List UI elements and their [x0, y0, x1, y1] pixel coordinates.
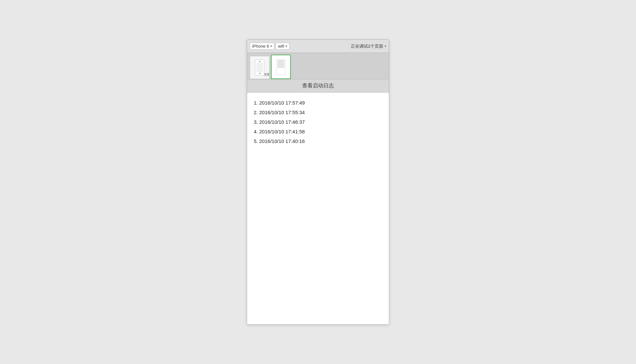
page-header-title: 查看启动日志	[302, 82, 334, 89]
device-label: iPhone 6	[252, 44, 269, 49]
toolbar: iPhone 6 ▾ wifi ▾ 正在调试2个页面 ▾	[247, 40, 389, 53]
log-timestamp: 2016/10/10 17:40:16	[259, 138, 305, 144]
device-chevron: ▾	[270, 44, 272, 48]
log-timestamp: 2016/10/10 17:57:49	[259, 100, 305, 106]
tab-1-home	[259, 73, 260, 74]
log-number: 2.	[254, 110, 258, 115]
log-timestamp: 2016/10/10 17:41:58	[259, 129, 305, 134]
tab-1-partial-label: 览图	[264, 72, 270, 77]
log-item: 2.2016/10/10 17:55:34	[254, 108, 382, 117]
tab-2-line-5	[277, 66, 285, 66]
device-selector[interactable]: iPhone 6 ▾	[250, 43, 274, 50]
network-chevron: ▾	[286, 44, 287, 48]
network-selector[interactable]: wifi ▾	[276, 43, 290, 50]
log-number: 1.	[254, 100, 258, 106]
tab-2-line-2	[277, 62, 285, 62]
network-label: wifi	[278, 44, 284, 49]
tab-2-line-3	[277, 63, 285, 64]
tab-2-preview	[276, 59, 286, 75]
log-number: 3.	[254, 119, 258, 125]
tab-1[interactable]: 览图	[250, 56, 270, 79]
log-item: 5.2016/10/10 17:40:16	[254, 136, 382, 146]
log-timestamp: 2016/10/10 17:46:37	[259, 119, 305, 125]
simulator-window: iPhone 6 ▾ wifi ▾ 正在调试2个页面 ▾ 览图	[247, 39, 389, 325]
page-header: 查看启动日志	[247, 79, 389, 93]
content-area: 1.2016/10/10 17:57:492.2016/10/10 17:55:…	[247, 93, 389, 324]
tab-2-line-4	[277, 64, 285, 65]
debug-status[interactable]: 正在调试2个页面 ▾	[351, 43, 386, 49]
tab-1-screen	[256, 63, 263, 72]
log-item: 4.2016/10/10 17:41:58	[254, 127, 382, 136]
tab-2[interactable]	[271, 55, 291, 79]
log-item: 1.2016/10/10 17:57:49	[254, 98, 382, 108]
status-chevron: ▾	[385, 44, 386, 48]
log-timestamp: 2016/10/10 17:55:34	[259, 110, 305, 115]
tabs-strip: 览图	[247, 53, 389, 79]
status-label: 正在调试2个页面	[351, 43, 383, 49]
tab-2-line-6	[277, 67, 285, 68]
tab-2-line-1	[277, 60, 285, 61]
log-number: 4.	[254, 129, 258, 134]
tab-1-preview	[255, 60, 264, 75]
log-number: 5.	[254, 138, 258, 144]
log-item: 3.2016/10/10 17:46:37	[254, 117, 382, 127]
log-list: 1.2016/10/10 17:57:492.2016/10/10 17:55:…	[254, 98, 382, 146]
tab-1-dot	[259, 61, 260, 62]
